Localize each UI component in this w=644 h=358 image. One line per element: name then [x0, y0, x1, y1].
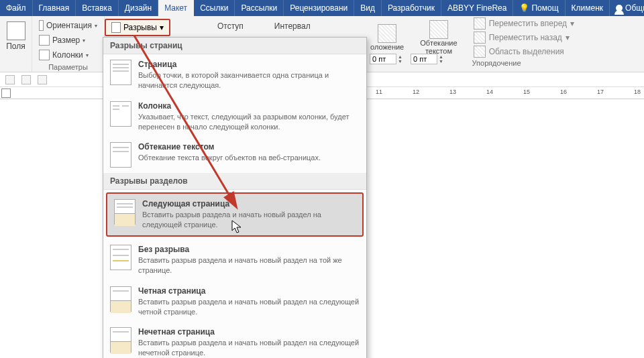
- lightbulb-icon: 💡: [519, 3, 529, 13]
- tab-help[interactable]: 💡Помощ: [513, 0, 565, 16]
- tab-view[interactable]: Вид: [354, 0, 382, 16]
- size-button[interactable]: Размер▾: [36, 34, 100, 47]
- tab-review[interactable]: Рецензировани: [284, 0, 354, 16]
- page-break-icon: [111, 22, 121, 33]
- share-button[interactable]: Общий доступ: [610, 0, 644, 16]
- position-icon: [378, 24, 396, 43]
- even-page-icon: [110, 286, 131, 312]
- send-backward-icon: [474, 32, 486, 44]
- dropdown-header-page-breaks: Разрывы страниц: [103, 38, 366, 54]
- breaks-button[interactable]: Разрывы ▾: [105, 19, 170, 36]
- size-icon: [39, 35, 50, 46]
- chevron-down-icon: ▾: [566, 33, 570, 42]
- tab-user[interactable]: Клименк: [566, 0, 610, 16]
- chevron-down-icon: ▾: [95, 23, 97, 29]
- margins-icon: [7, 21, 25, 40]
- qat-icon[interactable]: [21, 75, 31, 84]
- indent-label: Отступ: [217, 21, 244, 31]
- tab-developer[interactable]: Разработчик: [382, 0, 441, 16]
- chevron-down-icon: ▾: [83, 38, 85, 44]
- tab-insert[interactable]: Вставка: [76, 0, 119, 16]
- column-icon: [110, 101, 131, 127]
- selection-pane-button[interactable]: Область выделения: [474, 46, 574, 58]
- group-label-arrange: Упорядочение: [419, 58, 574, 67]
- dropdown-header-section-breaks: Разрывы разделов: [103, 173, 366, 190]
- tab-file[interactable]: Файл: [0, 0, 33, 16]
- chevron-down-icon: ▾: [86, 52, 89, 58]
- qat-icon[interactable]: [5, 75, 15, 84]
- interval-label: Интервал: [274, 21, 311, 31]
- section-even-page-item[interactable]: Четная страницаВставить разрыв раздела и…: [103, 281, 366, 322]
- columns-icon: [39, 50, 50, 60]
- tab-abbyy[interactable]: ABBYY FineRea: [441, 0, 514, 16]
- chevron-down-icon: ▾: [160, 23, 164, 32]
- bring-forward-icon: [474, 17, 486, 29]
- tab-selector-icon[interactable]: [1, 88, 11, 98]
- continuous-icon: [110, 245, 131, 270]
- break-page-item[interactable]: СтраницаВыбор точки, в которой заканчива…: [103, 54, 366, 96]
- page-icon: [110, 60, 131, 85]
- wrap-icon: [429, 20, 448, 39]
- tab-references[interactable]: Ссылки: [194, 0, 235, 16]
- ribbon-tabs: Файл Главная Вставка Дизайн Макет Ссылки…: [0, 0, 644, 16]
- chevron-down-icon: ▾: [570, 19, 574, 28]
- section-odd-page-item[interactable]: Нечетная страницаВставить разрыв раздела…: [103, 322, 366, 358]
- tab-mailings[interactable]: Рассылки: [235, 0, 284, 16]
- break-column-item[interactable]: КолонкаУказывает, что текст, следующий з…: [103, 96, 366, 137]
- group-label-page-setup: Параметры: [36, 62, 100, 71]
- orientation-icon: [39, 20, 44, 31]
- odd-page-icon: [110, 327, 131, 353]
- person-icon: [616, 5, 623, 11]
- breaks-dropdown: Разрывы страниц СтраницаВыбор точки, в к…: [103, 37, 367, 358]
- text-wrap-icon: [110, 142, 131, 168]
- section-continuous-item[interactable]: Без разрываВставить разрыв раздела и нач…: [103, 239, 366, 281]
- bring-forward-button[interactable]: Переместить вперед▾: [474, 17, 574, 29]
- position-button[interactable]: оложение: [365, 21, 409, 54]
- qat-icon[interactable]: [38, 75, 47, 84]
- mouse-cursor-icon: [231, 220, 244, 238]
- wrap-text-button[interactable]: Обтекание текстом: [415, 17, 462, 58]
- columns-button[interactable]: Колонки▾: [36, 48, 100, 62]
- tab-home[interactable]: Главная: [33, 0, 76, 16]
- orientation-button[interactable]: Ориентация▾: [36, 19, 100, 32]
- tab-layout[interactable]: Макет: [158, 0, 194, 16]
- margins-button[interactable]: Поля: [4, 19, 28, 54]
- send-backward-button[interactable]: Переместить назад▾: [474, 32, 574, 44]
- tab-design[interactable]: Дизайн: [119, 0, 158, 16]
- next-page-icon: [114, 199, 136, 225]
- selection-pane-icon: [474, 46, 486, 58]
- break-text-wrap-item[interactable]: Обтекание текстомОбтекание текста вокруг…: [103, 137, 366, 173]
